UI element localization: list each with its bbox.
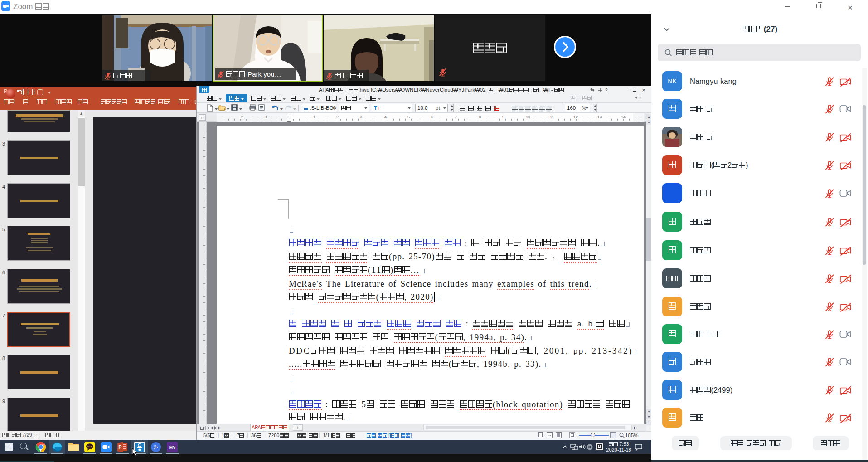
svg-text:P: P [118,444,121,450]
svg-text:EN: EN [169,445,176,450]
svg-text:2·: 2· [154,444,159,451]
svg-text:TALK: TALK [87,445,93,448]
